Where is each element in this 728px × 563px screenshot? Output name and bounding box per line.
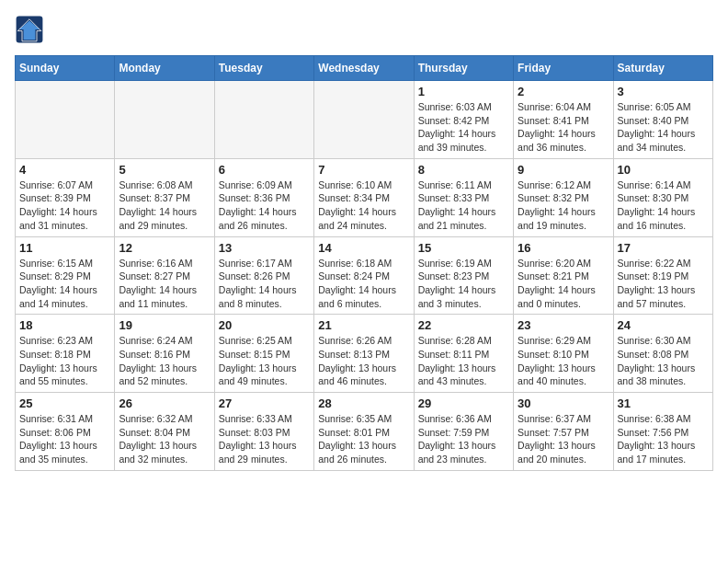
day-number: 4 (19, 163, 110, 177)
day-info: Sunrise: 6:12 AM Sunset: 8:32 PM Dayligh… (518, 178, 609, 233)
day-number: 23 (518, 318, 609, 332)
day-number: 29 (418, 396, 509, 410)
day-number: 1 (418, 85, 509, 98)
weekday-header-thursday: Thursday (414, 56, 513, 81)
weekday-header-friday: Friday (514, 56, 613, 81)
calendar-cell: 31Sunrise: 6:38 AM Sunset: 7:56 PM Dayli… (613, 393, 712, 471)
day-number: 31 (618, 396, 709, 410)
calendar-cell: 18Sunrise: 6:23 AM Sunset: 8:18 PM Dayli… (16, 315, 115, 393)
calendar-cell: 7Sunrise: 6:10 AM Sunset: 8:34 PM Daylig… (314, 158, 414, 236)
day-number: 17 (618, 241, 709, 255)
weekday-header-saturday: Saturday (613, 56, 712, 81)
day-info: Sunrise: 6:14 AM Sunset: 8:30 PM Dayligh… (618, 178, 709, 233)
day-info: Sunrise: 6:17 AM Sunset: 8:26 PM Dayligh… (219, 257, 310, 311)
day-info: Sunrise: 6:31 AM Sunset: 8:06 PM Dayligh… (19, 412, 110, 466)
day-info: Sunrise: 6:22 AM Sunset: 8:19 PM Dayligh… (618, 257, 709, 311)
day-number: 16 (518, 241, 609, 255)
day-info: Sunrise: 6:10 AM Sunset: 8:34 PM Dayligh… (318, 178, 409, 233)
day-number: 3 (618, 85, 709, 98)
day-info: Sunrise: 6:05 AM Sunset: 8:40 PM Dayligh… (618, 100, 709, 155)
calendar-cell: 24Sunrise: 6:30 AM Sunset: 8:08 PM Dayli… (613, 315, 712, 393)
day-number: 2 (518, 85, 609, 98)
day-number: 18 (19, 318, 110, 332)
calendar-cell (314, 81, 414, 159)
calendar-cell: 15Sunrise: 6:19 AM Sunset: 8:23 PM Dayli… (414, 236, 513, 315)
day-info: Sunrise: 6:07 AM Sunset: 8:39 PM Dayligh… (19, 178, 110, 233)
calendar-week-row: 11Sunrise: 6:15 AM Sunset: 8:29 PM Dayli… (16, 236, 713, 315)
day-info: Sunrise: 6:32 AM Sunset: 8:04 PM Dayligh… (119, 412, 210, 466)
calendar-cell: 19Sunrise: 6:24 AM Sunset: 8:16 PM Dayli… (115, 315, 214, 393)
calendar-table: SundayMondayTuesdayWednesdayThursdayFrid… (15, 55, 713, 471)
calendar-week-row: 4Sunrise: 6:07 AM Sunset: 8:39 PM Daylig… (16, 158, 713, 236)
day-number: 11 (19, 241, 110, 255)
day-number: 14 (318, 241, 409, 255)
calendar-cell: 21Sunrise: 6:26 AM Sunset: 8:13 PM Dayli… (314, 315, 414, 393)
day-number: 8 (418, 163, 509, 177)
calendar-cell: 13Sunrise: 6:17 AM Sunset: 8:26 PM Dayli… (214, 236, 313, 315)
calendar-cell: 1Sunrise: 6:03 AM Sunset: 8:42 PM Daylig… (414, 81, 513, 159)
day-number: 30 (518, 396, 609, 410)
day-info: Sunrise: 6:25 AM Sunset: 8:15 PM Dayligh… (219, 334, 310, 388)
calendar-cell (214, 81, 313, 159)
day-info: Sunrise: 6:16 AM Sunset: 8:27 PM Dayligh… (119, 257, 210, 311)
day-info: Sunrise: 6:03 AM Sunset: 8:42 PM Dayligh… (418, 100, 509, 155)
day-info: Sunrise: 6:18 AM Sunset: 8:24 PM Dayligh… (318, 257, 409, 311)
calendar-cell: 3Sunrise: 6:05 AM Sunset: 8:40 PM Daylig… (613, 81, 712, 159)
weekday-header-monday: Monday (115, 56, 214, 81)
calendar-cell: 27Sunrise: 6:33 AM Sunset: 8:03 PM Dayli… (214, 393, 313, 471)
weekday-header-sunday: Sunday (16, 56, 115, 81)
day-number: 6 (219, 163, 310, 177)
calendar-cell: 2Sunrise: 6:04 AM Sunset: 8:41 PM Daylig… (514, 81, 613, 159)
day-number: 19 (119, 318, 210, 332)
day-number: 26 (119, 396, 210, 410)
calendar-cell: 17Sunrise: 6:22 AM Sunset: 8:19 PM Dayli… (613, 236, 712, 315)
day-info: Sunrise: 6:26 AM Sunset: 8:13 PM Dayligh… (318, 334, 409, 388)
calendar-cell: 30Sunrise: 6:37 AM Sunset: 7:57 PM Dayli… (514, 393, 613, 471)
day-info: Sunrise: 6:15 AM Sunset: 8:29 PM Dayligh… (19, 257, 110, 311)
day-info: Sunrise: 6:08 AM Sunset: 8:37 PM Dayligh… (119, 178, 210, 233)
logo (15, 15, 48, 44)
calendar-week-row: 1Sunrise: 6:03 AM Sunset: 8:42 PM Daylig… (16, 81, 713, 159)
calendar-cell (115, 81, 214, 159)
day-info: Sunrise: 6:38 AM Sunset: 7:56 PM Dayligh… (618, 412, 709, 466)
day-number: 27 (219, 396, 310, 410)
calendar-week-row: 18Sunrise: 6:23 AM Sunset: 8:18 PM Dayli… (16, 315, 713, 393)
day-info: Sunrise: 6:35 AM Sunset: 8:01 PM Dayligh… (318, 412, 409, 466)
calendar-cell: 6Sunrise: 6:09 AM Sunset: 8:36 PM Daylig… (214, 158, 313, 236)
calendar-cell: 10Sunrise: 6:14 AM Sunset: 8:30 PM Dayli… (613, 158, 712, 236)
day-number: 7 (318, 163, 409, 177)
calendar-cell: 20Sunrise: 6:25 AM Sunset: 8:15 PM Dayli… (214, 315, 313, 393)
calendar-cell: 4Sunrise: 6:07 AM Sunset: 8:39 PM Daylig… (16, 158, 115, 236)
day-info: Sunrise: 6:19 AM Sunset: 8:23 PM Dayligh… (418, 257, 509, 311)
page-header (15, 15, 713, 44)
day-info: Sunrise: 6:04 AM Sunset: 8:41 PM Dayligh… (518, 100, 609, 155)
day-info: Sunrise: 6:09 AM Sunset: 8:36 PM Dayligh… (219, 178, 310, 233)
calendar-cell: 11Sunrise: 6:15 AM Sunset: 8:29 PM Dayli… (16, 236, 115, 315)
calendar-cell: 16Sunrise: 6:20 AM Sunset: 8:21 PM Dayli… (514, 236, 613, 315)
calendar-cell: 5Sunrise: 6:08 AM Sunset: 8:37 PM Daylig… (115, 158, 214, 236)
day-number: 15 (418, 241, 509, 255)
day-number: 28 (318, 396, 409, 410)
day-number: 20 (219, 318, 310, 332)
day-info: Sunrise: 6:30 AM Sunset: 8:08 PM Dayligh… (618, 334, 709, 388)
calendar-cell: 12Sunrise: 6:16 AM Sunset: 8:27 PM Dayli… (115, 236, 214, 315)
calendar-cell: 9Sunrise: 6:12 AM Sunset: 8:32 PM Daylig… (514, 158, 613, 236)
day-number: 10 (618, 163, 709, 177)
day-number: 13 (219, 241, 310, 255)
calendar-cell: 14Sunrise: 6:18 AM Sunset: 8:24 PM Dayli… (314, 236, 414, 315)
calendar-cell: 22Sunrise: 6:28 AM Sunset: 8:11 PM Dayli… (414, 315, 513, 393)
day-info: Sunrise: 6:36 AM Sunset: 7:59 PM Dayligh… (418, 412, 509, 466)
calendar-header-row: SundayMondayTuesdayWednesdayThursdayFrid… (16, 56, 713, 81)
calendar-cell (16, 81, 115, 159)
logo-icon (15, 15, 44, 44)
day-info: Sunrise: 6:28 AM Sunset: 8:11 PM Dayligh… (418, 334, 509, 388)
day-number: 22 (418, 318, 509, 332)
day-number: 21 (318, 318, 409, 332)
weekday-header-wednesday: Wednesday (314, 56, 414, 81)
calendar-cell: 8Sunrise: 6:11 AM Sunset: 8:33 PM Daylig… (414, 158, 513, 236)
day-info: Sunrise: 6:20 AM Sunset: 8:21 PM Dayligh… (518, 257, 609, 311)
day-info: Sunrise: 6:24 AM Sunset: 8:16 PM Dayligh… (119, 334, 210, 388)
day-number: 12 (119, 241, 210, 255)
calendar-week-row: 25Sunrise: 6:31 AM Sunset: 8:06 PM Dayli… (16, 393, 713, 471)
day-number: 24 (618, 318, 709, 332)
